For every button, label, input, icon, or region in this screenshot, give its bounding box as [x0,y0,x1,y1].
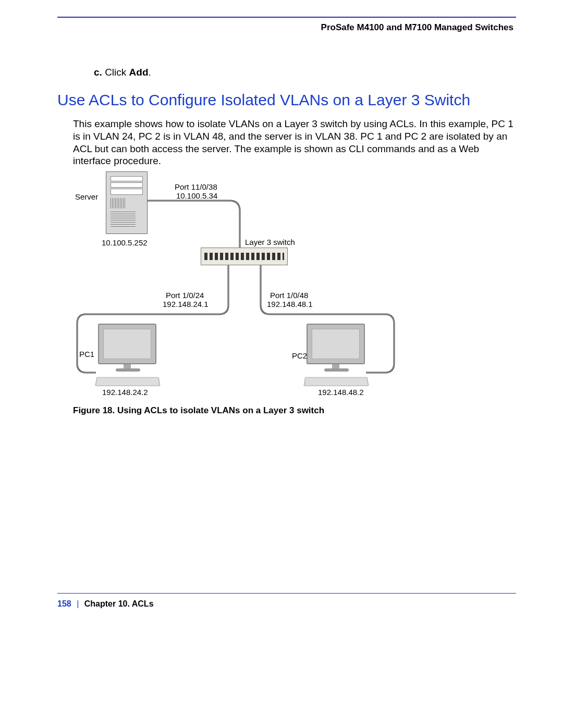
port48-line1: Port 1/0/48 [270,291,308,300]
footer: 158 | Chapter 10. ACLs [57,599,154,609]
section-heading: Use ACLs to Configure Isolated VLANs on … [57,91,470,109]
step-period: . [149,67,151,78]
step-marker: c. [94,67,102,78]
server-label: Server [75,192,98,201]
pc1-icon [98,324,156,378]
header-rule [57,17,516,18]
page-number: 158 [57,599,71,608]
network-diagram: Server 10.100.5.252 Port 11/0/38 10.100.… [73,169,396,399]
switch-label: Layer 3 switch [245,238,295,246]
pc2-icon [307,324,365,378]
step-bold: Add [129,67,149,78]
port48-line2: 192.148.48.1 [267,300,313,309]
server-icon [106,171,148,234]
pc1-label: PC1 [79,350,94,359]
switch-icon [201,248,288,265]
server-ip: 10.100.5.252 [102,238,148,247]
pc1-keyboard-icon [95,377,161,386]
figure-caption: Figure 18. Using ACLs to isolate VLANs o… [73,405,324,416]
port38-line1: Port 11/0/38 [175,182,217,191]
step-text-before: Click [105,67,129,78]
pc2-label: PC2 [292,351,307,360]
chapter-label: Chapter 10. ACLs [84,599,154,608]
port24-line2: 192.148.24.1 [163,300,209,309]
pc2-ip: 192.148.48.2 [318,388,364,397]
step-c: c. Click Add. [94,67,151,78]
footer-sep: | [77,599,79,608]
footer-rule [57,593,516,594]
port38-line2: 10.100.5.34 [176,191,217,200]
body-paragraph: This example shows how to isolate VLANs … [73,118,513,167]
port24-line1: Port 1/0/24 [166,291,204,300]
page: ProSafe M4100 and M7100 Managed Switches… [0,0,563,728]
doc-title: ProSafe M4100 and M7100 Managed Switches [321,22,513,33]
pc2-keyboard-icon [304,377,369,386]
pc1-ip: 192.148.24.2 [102,388,148,397]
